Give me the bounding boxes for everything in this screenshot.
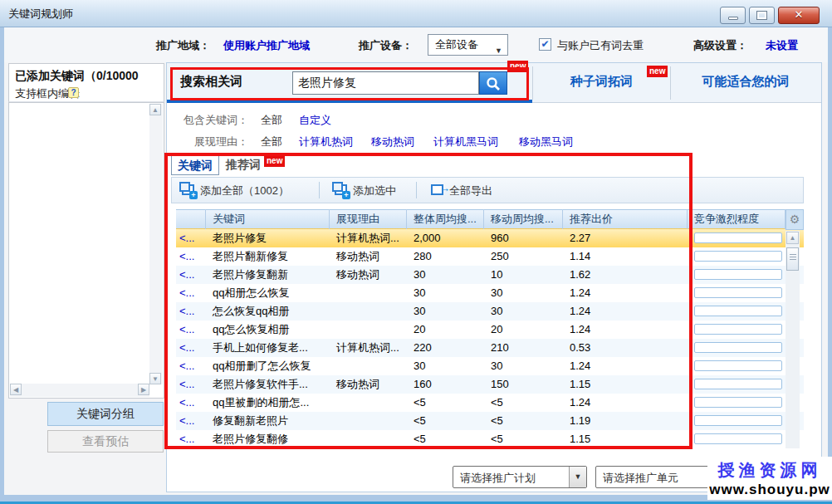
table-row[interactable]: <...qq里被删的相册怎...<5<51.24 <box>176 394 804 412</box>
bid-cell: 1.24 <box>563 357 688 375</box>
dedup-label: 与账户已有词去重 <box>557 38 644 53</box>
keyword-planner-window: 关键词规划师 ✕ 推广地域： 使用账户推广地域 推广设备： 全部设备 ▼ ✔ 与… <box>0 0 832 504</box>
bid-cell: 1.62 <box>563 266 688 284</box>
competition-cell <box>688 266 786 284</box>
search-button[interactable] <box>479 71 507 95</box>
scroll-left-icon[interactable]: ◀ <box>10 384 22 395</box>
reason-filter-link[interactable]: 移动黑马词 <box>519 135 573 149</box>
competition-bar <box>694 251 782 262</box>
keyword-cell: 老照片修复 <box>206 229 330 247</box>
tab-keyword[interactable]: 关键词 <box>171 155 219 175</box>
view-estimate-button[interactable]: 查看预估 <box>47 430 164 453</box>
advanced-settings-link[interactable]: 未设置 <box>766 38 798 53</box>
device-select[interactable]: 全部设备 ▼ <box>428 34 508 56</box>
column-header[interactable]: 整体周均搜... <box>407 209 484 229</box>
column-settings-button[interactable]: ⚙ <box>786 209 804 230</box>
overall-search-cell: <5 <box>407 430 484 448</box>
expand-cell[interactable]: <... <box>176 266 206 284</box>
expand-cell[interactable]: <... <box>176 357 206 375</box>
expand-cell[interactable]: <... <box>176 229 206 247</box>
region-link[interactable]: 使用账户推广地域 <box>223 38 310 53</box>
add-all-button[interactable]: 添加全部（1002） <box>200 183 289 198</box>
add-selected-icon <box>335 184 347 195</box>
table-row[interactable]: <...qq怎么恢复相册20201.24 <box>176 321 804 339</box>
expand-cell[interactable]: <... <box>176 284 206 302</box>
table-row[interactable]: <...qq相册怎么恢复30301.24 <box>176 284 804 302</box>
words-suitable-tab[interactable]: 可能适合您的词 <box>671 74 820 90</box>
column-header[interactable]: 关键词 <box>206 209 330 229</box>
search-band: 搜索相关词 种子词拓词 可能适合您的词 <box>167 63 821 103</box>
reason-filter-link[interactable]: 计算机热词 <box>299 135 353 149</box>
table-row[interactable]: <...老照片修复软件手...移动热词1601501.15 <box>176 375 804 394</box>
table-row[interactable]: <...修复翻新老照片<5<51.19 <box>176 412 804 430</box>
advanced-settings-label: 高级设置： <box>693 38 747 53</box>
bid-cell: 1.24 <box>563 394 688 412</box>
contain-custom-link[interactable]: 自定义 <box>299 113 331 128</box>
unit-select[interactable]: 请选择推广单元 <box>595 466 725 488</box>
table-row[interactable]: <...老照片修复翻修<5<51.15 <box>176 430 804 448</box>
close-button[interactable]: ✕ <box>778 7 820 24</box>
competition-cell <box>688 430 786 448</box>
export-all-button[interactable]: 全部导出 <box>449 183 492 198</box>
add-selected-button[interactable]: 添加选中 <box>353 183 396 198</box>
table-row[interactable]: <...怎么恢复qq相册30301.24 <box>176 302 804 321</box>
reason-cell <box>330 357 407 375</box>
table-row[interactable]: <...手机上如何修复老...计算机热词...2202100.53 <box>176 339 804 357</box>
table-row[interactable]: <...老照片修复计算机热词...2,0009602.27 <box>176 229 804 247</box>
competition-cell <box>688 339 786 357</box>
expand-cell[interactable]: <... <box>176 394 206 412</box>
table-vertical-scrollbar[interactable]: ▲ <box>786 231 800 448</box>
search-icon <box>486 76 501 91</box>
scrollbar-thumb[interactable] <box>786 247 799 271</box>
textarea-horizontal-scrollbar[interactable]: ◀ ▶ <box>10 384 149 397</box>
new-badge: new <box>507 61 528 72</box>
reason-filter-link[interactable]: 计算机黑马词 <box>433 135 498 149</box>
mobile-search-cell: <5 <box>484 430 563 448</box>
reason-filter-link[interactable]: 移动热词 <box>371 135 414 149</box>
expand-cell[interactable]: <... <box>176 321 206 339</box>
column-header[interactable]: 推荐出价 <box>563 209 688 229</box>
reason-cell: 移动热词 <box>330 247 407 266</box>
overall-search-cell: 2,000 <box>407 229 484 247</box>
plan-select[interactable]: 请选择推广计划 ▼ <box>453 466 587 488</box>
contain-all-option[interactable]: 全部 <box>261 113 282 128</box>
scroll-down-icon[interactable]: ▼ <box>149 373 161 384</box>
help-icon[interactable]: ? <box>68 87 79 98</box>
expand-cell[interactable]: <... <box>176 339 206 357</box>
textarea-vertical-scrollbar[interactable]: ▲ ▼ <box>149 104 163 384</box>
column-header[interactable]: 移动周均搜... <box>484 209 563 229</box>
table-row[interactable]: <...老照片翻新修复移动热词2802501.14 <box>176 247 804 266</box>
reason-cell: 移动热词 <box>330 375 407 394</box>
tab-recommend[interactable]: 推荐词 <box>226 158 261 173</box>
expand-cell[interactable]: <... <box>176 412 206 430</box>
dedup-checkbox[interactable]: ✔ <box>539 38 551 51</box>
mobile-search-cell: <5 <box>484 394 563 412</box>
reason-all-option[interactable]: 全部 <box>261 135 282 149</box>
expand-cell[interactable]: <... <box>176 247 206 266</box>
competition-cell <box>688 375 786 394</box>
scroll-right-icon[interactable]: ▶ <box>138 384 149 395</box>
column-header[interactable]: 展现理由 <box>330 209 407 229</box>
competition-bar <box>694 269 782 280</box>
toolbar-divider <box>319 182 320 198</box>
table-row[interactable]: <...老照片修复翻新移动热词30101.62 <box>176 266 804 284</box>
expand-cell[interactable]: <... <box>176 375 206 394</box>
keyword-table: 关键词展现理由整体周均搜...移动周均搜...推荐出价竞争激烈程度<...老照片… <box>176 209 804 449</box>
expand-cell[interactable]: <... <box>176 430 206 448</box>
keyword-group-button[interactable]: 关键词分组 <box>47 402 164 426</box>
expand-cell[interactable]: <... <box>176 302 206 321</box>
scroll-up-icon[interactable]: ▲ <box>786 232 799 244</box>
search-input[interactable] <box>292 71 479 95</box>
maximize-button[interactable] <box>749 7 775 24</box>
minimize-button[interactable] <box>720 7 746 24</box>
reason-cell <box>330 394 407 412</box>
mobile-search-cell: 10 <box>484 266 563 284</box>
bid-cell: 1.24 <box>563 284 688 302</box>
close-icon: ✕ <box>779 8 819 21</box>
column-header[interactable]: 竞争激烈程度 <box>688 209 786 229</box>
keyword-cell: 修复翻新老照片 <box>206 412 330 430</box>
table-row[interactable]: <...qq相册删了怎么恢复30301.24 <box>176 357 804 375</box>
column-header[interactable] <box>176 209 206 229</box>
added-keywords-textarea[interactable]: ▲ ▼ ◀ ▶ <box>8 102 164 399</box>
scroll-up-icon[interactable]: ▲ <box>149 104 161 115</box>
